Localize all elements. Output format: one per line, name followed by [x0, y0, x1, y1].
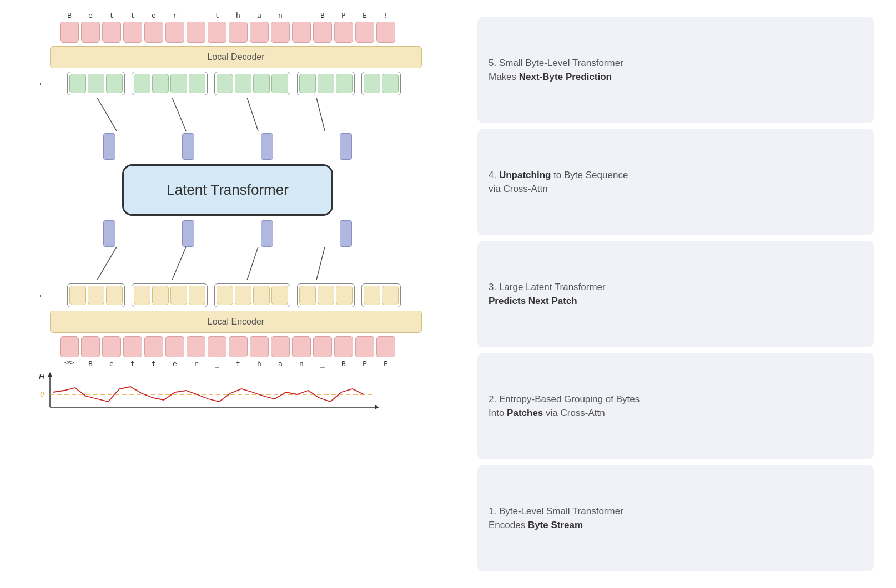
green-patch-group — [361, 72, 401, 95]
token — [187, 22, 205, 43]
char-label: t — [208, 11, 226, 19]
lower-patch-token — [340, 220, 352, 247]
token — [60, 22, 79, 43]
token — [376, 22, 395, 43]
step-1-text: 1. Byte-Level Small TransformerEncodes B… — [489, 504, 623, 533]
yellow-token — [299, 286, 316, 305]
char-label: _ — [292, 11, 311, 19]
lower-connector-svg — [44, 247, 411, 280]
token — [208, 336, 226, 357]
yellow-token — [336, 286, 353, 305]
char-label: n — [271, 11, 290, 19]
yellow-token — [382, 286, 399, 305]
green-token — [253, 74, 270, 93]
token — [229, 22, 248, 43]
left-panel: B e t t e r _ t h a n _ B P E ! — [0, 0, 455, 588]
token — [165, 22, 184, 43]
char-label: ! — [376, 11, 395, 19]
step-5-text: 5. Small Byte-Level TransformerMakes Nex… — [489, 56, 623, 84]
green-token — [88, 74, 104, 93]
yellow-token — [134, 286, 150, 305]
token — [376, 336, 395, 357]
token — [165, 336, 184, 357]
char-label: t — [102, 11, 121, 19]
arrow-left-bottom: → — [33, 290, 43, 302]
char-label-bottom: _ — [313, 359, 332, 368]
char-label: _ — [187, 11, 205, 19]
char-label: e — [144, 11, 163, 19]
local-decoder-box: Local Decoder — [50, 46, 422, 68]
char-label-bottom: e — [165, 359, 184, 368]
char-label-bottom: t — [144, 359, 163, 368]
green-token — [299, 74, 316, 93]
upper-connector-svg — [44, 98, 411, 131]
step-4-box: 4. Unpatching to Byte Sequencevia Cross-… — [477, 129, 874, 235]
token — [81, 22, 100, 43]
green-token — [217, 74, 233, 93]
green-token — [106, 74, 123, 93]
svg-line-3 — [316, 98, 325, 131]
char-label-bottom: r — [187, 359, 205, 368]
green-token — [271, 74, 288, 93]
yellow-token — [217, 286, 233, 305]
lower-patch-token — [182, 220, 194, 247]
arrow-left-top: → — [33, 78, 43, 90]
char-label-bottom: h — [250, 359, 269, 368]
yellow-patch-group — [361, 283, 401, 307]
token — [102, 336, 121, 357]
token — [60, 336, 79, 357]
token — [355, 22, 374, 43]
char-label-bottom: t — [229, 359, 248, 368]
step-2-box: 2. Entropy-Based Grouping of BytesInto P… — [477, 353, 874, 459]
green-token — [170, 74, 187, 93]
char-label: h — [229, 11, 248, 19]
token — [102, 22, 121, 43]
token — [250, 336, 269, 357]
token — [313, 336, 332, 357]
lower-patch-token — [103, 220, 115, 247]
svg-line-4 — [97, 247, 117, 280]
yellow-token — [235, 286, 251, 305]
token — [334, 22, 353, 43]
svg-text:θ: θ — [40, 390, 44, 398]
step-2-text: 2. Entropy-Based Grouping of BytesInto P… — [489, 392, 640, 420]
svg-line-6 — [247, 247, 258, 280]
svg-marker-10 — [48, 372, 52, 377]
yellow-token — [152, 286, 169, 305]
green-patch-group — [132, 72, 208, 95]
upper-patch-token — [340, 133, 352, 160]
char-label: E — [355, 11, 374, 19]
top-token-row — [17, 22, 439, 43]
token — [123, 336, 142, 357]
step-4-text: 4. Unpatching to Byte Sequencevia Cross-… — [489, 168, 628, 196]
green-patch-group — [67, 72, 125, 95]
char-label-bottom: a — [271, 359, 290, 368]
green-token — [235, 74, 251, 93]
char-label-bottom: e — [102, 359, 121, 368]
svg-marker-11 — [375, 405, 379, 409]
step-5-box: 5. Small Byte-Level TransformerMakes Nex… — [477, 17, 874, 123]
token — [208, 22, 226, 43]
green-patch-group — [297, 72, 355, 95]
token — [187, 336, 205, 357]
char-label-bottom: t — [123, 359, 142, 368]
token — [271, 336, 290, 357]
yellow-token — [271, 286, 288, 305]
green-token — [134, 74, 150, 93]
lower-patch-token — [261, 220, 273, 247]
yellow-token — [170, 286, 187, 305]
yellow-token — [364, 286, 380, 305]
token — [250, 22, 269, 43]
yellow-patch-group — [297, 283, 355, 307]
char-label-bottom: P — [355, 359, 374, 368]
svg-text:H: H — [39, 372, 45, 381]
local-encoder-box: Local Encoder — [50, 311, 422, 333]
step-1-box: 1. Byte-Level Small TransformerEncodes B… — [477, 465, 874, 571]
svg-line-5 — [172, 247, 186, 280]
char-label-bottom: B — [81, 359, 100, 368]
upper-patch-token — [182, 133, 194, 160]
step-3-text: 3. Large Latent TransformerPredicts Next… — [489, 280, 606, 308]
svg-line-7 — [316, 247, 325, 280]
yellow-patch-group — [67, 283, 125, 307]
char-label: P — [334, 11, 353, 19]
